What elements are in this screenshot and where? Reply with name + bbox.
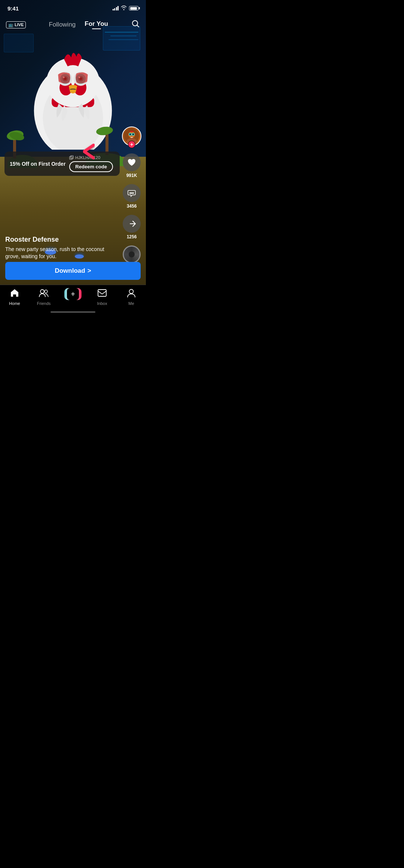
action-buttons: + 991K 3456 1256 — [122, 126, 141, 263]
friends-icon — [39, 288, 49, 300]
search-button[interactable] — [131, 19, 140, 30]
battery-icon — [129, 6, 138, 10]
download-label: Download — [55, 267, 85, 275]
create-button[interactable]: + — [64, 288, 82, 300]
svg-point-23 — [129, 134, 131, 135]
header-nav: 📺 LIVE Following For You — [0, 16, 146, 33]
comment-icon-container — [123, 184, 141, 202]
status-time: 9:41 — [7, 5, 19, 12]
music-disc-inner — [129, 251, 135, 257]
wifi-icon — [121, 5, 127, 11]
nav-inbox[interactable]: Inbox — [91, 288, 113, 306]
share-button[interactable]: 1256 — [123, 215, 141, 239]
download-button[interactable]: Download > — [5, 262, 141, 280]
like-button[interactable]: 991K — [123, 153, 141, 178]
plus-icon: + — [67, 288, 79, 300]
share-icon — [127, 219, 136, 228]
like-icon-container — [123, 153, 141, 171]
svg-point-25 — [132, 134, 134, 135]
download-button-container: Download > — [5, 262, 141, 280]
home-indicator — [50, 311, 95, 313]
live-badge[interactable]: 📺 LIVE — [6, 21, 26, 28]
me-icon — [126, 288, 136, 300]
promo-discount-text: 15% Off on First Order — [10, 161, 65, 167]
music-disc — [123, 245, 141, 263]
creator-avatar-container[interactable]: + — [122, 126, 141, 146]
svg-point-29 — [40, 290, 44, 293]
share-count: 1256 — [127, 234, 137, 239]
inbox-icon — [97, 288, 107, 300]
live-tv-icon: 📺 — [8, 22, 13, 27]
chat-bubble-icon — [127, 189, 136, 198]
tab-for-you[interactable]: For You — [85, 20, 108, 29]
tab-following[interactable]: Following — [49, 21, 76, 28]
me-label: Me — [128, 301, 134, 306]
follow-plus-button[interactable]: + — [128, 141, 135, 148]
signal-icon — [113, 6, 119, 10]
video-title: Rooster Defense — [5, 236, 120, 244]
nav-friends[interactable]: Friends — [33, 288, 55, 306]
nav-tabs: Following For You — [49, 20, 108, 29]
inbox-label: Inbox — [97, 301, 107, 306]
comment-button[interactable]: 3456 — [123, 184, 141, 209]
video-description: The new party season, rush to the coconu… — [5, 246, 120, 260]
download-arrow: > — [88, 267, 91, 275]
nav-me[interactable]: Me — [120, 288, 143, 306]
svg-point-32 — [129, 290, 134, 294]
svg-rect-31 — [98, 290, 106, 296]
nav-home[interactable]: Home — [3, 288, 26, 306]
heart-icon — [127, 158, 137, 167]
status-icons — [113, 5, 139, 11]
like-count: 991K — [126, 173, 137, 178]
following-label: Following — [49, 21, 76, 28]
friends-label: Friends — [37, 301, 51, 306]
nav-create[interactable]: + • — [62, 288, 84, 306]
home-label: Home — [9, 301, 20, 306]
home-icon — [10, 288, 19, 300]
arrow-indicator — [80, 142, 114, 164]
copy-icon — [69, 155, 74, 160]
share-icon-container — [123, 215, 141, 233]
rooster-character — [9, 15, 137, 150]
live-label: LIVE — [15, 22, 24, 27]
svg-point-30 — [45, 290, 48, 293]
for-you-label: For You — [85, 20, 108, 27]
active-tab-indicator — [92, 28, 101, 29]
comment-count: 3456 — [127, 204, 137, 209]
status-bar: 9:41 — [0, 0, 146, 16]
